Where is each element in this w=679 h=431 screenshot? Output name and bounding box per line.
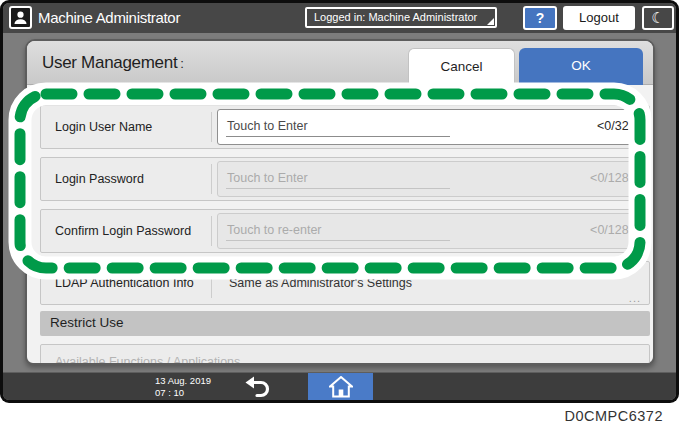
char-counter: <0/128> (590, 171, 636, 185)
restrict-use-section-header: Restrict Use (40, 311, 650, 336)
char-counter: <0/128> (590, 223, 636, 237)
row-divider (211, 112, 212, 142)
input-placeholder: Touch to Enter (227, 119, 308, 133)
manual-figure: Machine Administrator Logged in: Machine… (0, 0, 679, 431)
logged-in-selector[interactable]: Logged in: Machine Administrator (305, 7, 497, 28)
more-indicator-icon: ... (629, 238, 641, 250)
more-indicator-icon: ... (629, 292, 641, 304)
confirm-login-password-row: Confirm Login Password Touch to re-enter… (40, 209, 650, 253)
row-divider (211, 164, 212, 194)
moon-icon: ☾ (651, 9, 664, 26)
login-password-label: Login Password (55, 172, 144, 186)
login-user-name-label: Login User Name (55, 120, 152, 134)
more-indicator-icon: ... (629, 134, 641, 146)
bottom-bar: 13 Aug. 2019 07 : 10 (3, 372, 676, 400)
dropdown-corner-icon (487, 18, 494, 25)
user-account-icon (9, 6, 32, 29)
input-underline (226, 136, 450, 137)
administrator-role-label: Machine Administrator (38, 9, 180, 26)
cancel-button[interactable]: Cancel (408, 48, 515, 85)
available-functions-row[interactable]: Available Functions / Applications (40, 344, 650, 365)
input-placeholder: Touch to Enter (227, 171, 308, 185)
char-counter: <0/32> (597, 119, 636, 133)
back-button[interactable] (241, 375, 275, 399)
logged-in-label: Logged in: Machine Administrator (314, 11, 477, 23)
person-icon (12, 9, 29, 26)
input-underline (226, 240, 450, 241)
more-indicator-icon: ... (629, 186, 641, 198)
confirm-login-password-label: Confirm Login Password (55, 224, 191, 238)
restrict-use-label: Restrict Use (50, 315, 124, 330)
available-functions-label: Available Functions / Applications (55, 355, 240, 365)
row-divider (211, 268, 212, 298)
figure-caption: D0CMPC6372 (565, 408, 664, 424)
date-time-display: 13 Aug. 2019 07 : 10 (155, 375, 211, 398)
confirm-login-password-input[interactable]: Touch to re-enter <0/128> ... (217, 213, 646, 249)
login-password-input[interactable]: Touch to Enter <0/128> ... (217, 161, 646, 197)
input-placeholder: Touch to re-enter (227, 223, 322, 237)
energy-saver-button[interactable]: ☾ (642, 6, 674, 30)
ldap-authentication-row[interactable]: LDAP Authentication Info Same as Adminis… (40, 261, 650, 305)
panel-header: User Management: Cancel OK (27, 41, 653, 85)
user-management-panel: User Management: Cancel OK Login User Na… (25, 39, 655, 365)
home-icon (329, 376, 353, 398)
ok-button[interactable]: OK (519, 48, 643, 85)
top-bar: Machine Administrator Logged in: Machine… (3, 3, 676, 33)
screen-background: Machine Administrator Logged in: Machine… (3, 3, 676, 400)
login-user-name-input[interactable]: Touch to Enter <0/32> ... (217, 109, 646, 145)
logout-button[interactable]: Logout (563, 6, 635, 30)
input-underline (226, 188, 450, 189)
page-title: User Management: (42, 53, 184, 73)
login-user-name-row: Login User Name Touch to Enter <0/32> ..… (40, 105, 650, 149)
back-arrow-icon (241, 375, 275, 399)
login-password-row: Login Password Touch to Enter <0/128> ..… (40, 157, 650, 201)
ldap-authentication-label: LDAP Authentication Info (55, 276, 194, 290)
device-screen: Machine Administrator Logged in: Machine… (0, 0, 679, 403)
help-button[interactable]: ? (523, 6, 557, 30)
ldap-authentication-value: Same as Administrator's Settings (229, 276, 412, 290)
home-button[interactable] (308, 373, 373, 400)
row-divider (211, 216, 212, 246)
